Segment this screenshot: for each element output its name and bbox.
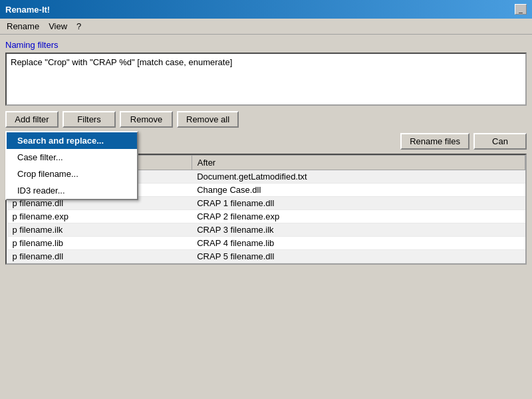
filters-button[interactable]: Filters [63, 111, 116, 128]
cell-before: p filename.dll [7, 250, 192, 263]
table-row[interactable]: p filename.libCRAP 4 filename.lib [7, 237, 525, 250]
table-row[interactable]: p filename.expCRAP 2 filename.exp [7, 210, 525, 223]
add-filter-button[interactable]: Add filter [5, 111, 59, 128]
dropdown-item-crop-filename[interactable]: Crop filename... [7, 166, 137, 182]
dropdown-item-id3-reader[interactable]: ID3 reader... [7, 182, 137, 199]
dropdown-item-case-filter[interactable]: Case filter... [7, 149, 137, 166]
menu-help[interactable]: ? [72, 20, 85, 33]
filter-item[interactable]: Replace "Crop" with "CRAP %d" [match cas… [9, 57, 523, 68]
cell-after: Change Case.dll [192, 184, 525, 197]
cell-before: p filename.lib [7, 237, 192, 250]
app-title: Rename-It! [5, 5, 50, 15]
menu-view[interactable]: View [45, 20, 71, 33]
title-bar-controls: _ [515, 4, 527, 15]
cancel-button[interactable]: Can [473, 133, 527, 150]
menu-rename[interactable]: Rename [3, 20, 43, 33]
rename-files-button[interactable]: Rename files [400, 133, 469, 150]
col-after: After [192, 156, 525, 170]
filters-section-label: Naming filters [5, 40, 527, 50]
cell-before: p filename.ilk [7, 223, 192, 237]
table-row[interactable]: p filename.ilkCRAP 3 filename.ilk [7, 223, 525, 237]
cell-after: CRAP 3 filename.ilk [192, 223, 525, 237]
title-bar: Rename-It! _ [0, 0, 532, 19]
cell-after: Document.getLatmodified.txt [192, 170, 525, 184]
cell-after: CRAP 1 filename.dll [192, 197, 525, 210]
cell-before: p filename.exp [7, 210, 192, 223]
remove-button[interactable]: Remove [120, 111, 173, 128]
cell-after: CRAP 2 filename.exp [192, 210, 525, 223]
table-row[interactable]: p filename.dllCRAP 5 filename.dll [7, 250, 525, 263]
filter-list-area: Replace "Crop" with "CRAP %d" [match cas… [5, 53, 527, 106]
add-filter-dropdown: Search and replace... Case filter... Cro… [5, 131, 138, 200]
remove-all-button[interactable]: Remove all [177, 111, 239, 128]
menu-bar: Rename View ? [0, 19, 532, 35]
cell-after: CRAP 5 filename.dll [192, 250, 525, 263]
cell-after: CRAP 4 filename.lib [192, 237, 525, 250]
minimize-button[interactable]: _ [515, 4, 527, 15]
filter-buttons-row: Add filter Search and replace... Case fi… [5, 111, 527, 128]
main-content: Naming filters Replace "Crop" with "CRAP… [0, 35, 532, 270]
dropdown-item-search-replace[interactable]: Search and replace... [7, 132, 137, 149]
